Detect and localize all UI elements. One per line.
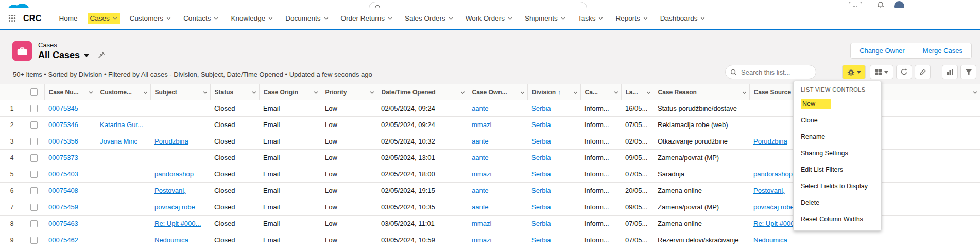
row-checkbox[interactable] xyxy=(30,204,38,211)
column-menu-chevron-icon[interactable] xyxy=(252,91,256,94)
cell-division[interactable]: Serbia xyxy=(531,236,551,244)
nav-item-contacts[interactable]: Contacts xyxy=(181,13,221,24)
cell-owner[interactable]: aante xyxy=(472,104,489,112)
nav-item-cases[interactable]: Cases xyxy=(88,13,120,24)
refresh-button[interactable] xyxy=(896,65,912,79)
menu-item-select-fields-to-display[interactable]: Select Fields to Display xyxy=(794,178,881,194)
nav-item-reports[interactable]: Reports xyxy=(613,13,650,24)
cell-customer[interactable]: Jovana Miric xyxy=(100,137,137,145)
cell-case-number[interactable]: 00075356 xyxy=(48,137,78,145)
filters-button[interactable] xyxy=(960,65,976,79)
column-menu-chevron-icon[interactable] xyxy=(203,91,208,94)
menu-item-reset-column-widths[interactable]: Reset Column Widths xyxy=(794,211,881,227)
column-header-custome[interactable]: Custome... xyxy=(96,84,150,100)
column-menu-chevron-icon[interactable] xyxy=(314,91,318,94)
cell-subject[interactable]: Porudzbina xyxy=(154,137,188,145)
cell-case-number[interactable]: 00075345 xyxy=(48,104,78,112)
cell-division[interactable]: Serbia xyxy=(531,121,551,129)
cell-owner[interactable]: mmazi xyxy=(472,236,491,244)
row-checkbox[interactable] xyxy=(30,138,38,145)
app-launcher-icon[interactable] xyxy=(8,14,16,22)
user-avatar[interactable] xyxy=(894,1,904,8)
column-header-la[interactable]: La... xyxy=(621,84,654,100)
column-header-subject[interactable]: Subject xyxy=(150,84,210,100)
column-header-ca[interactable]: Ca... xyxy=(580,84,621,100)
cell-division[interactable]: Serbia xyxy=(531,187,551,194)
cell-case-number[interactable]: 00075408 xyxy=(48,187,78,194)
nav-item-knowledge[interactable]: Knowledge xyxy=(228,13,276,24)
column-header-date-time-opened[interactable]: Date/Time Opened xyxy=(377,84,468,100)
nav-item-order-returns[interactable]: Order Returns xyxy=(338,13,396,24)
cell-case-number[interactable]: 00075346 xyxy=(48,121,78,129)
cell-case-source[interactable]: Nedoumica xyxy=(753,236,787,244)
cell-case-source[interactable]: Porudzbina xyxy=(753,137,787,145)
column-menu-chevron-icon[interactable] xyxy=(573,91,578,94)
list-search-input[interactable] xyxy=(740,68,808,77)
cell-subject[interactable]: povraćaj robe xyxy=(154,203,195,211)
cell-case-source[interactable]: povraćaj robe xyxy=(753,203,794,211)
nav-item-work-orders[interactable]: Work Orders xyxy=(463,13,515,24)
cell-owner[interactable]: mmazi xyxy=(472,170,491,178)
column-menu-chevron-icon[interactable] xyxy=(89,91,93,94)
nav-item-shipments[interactable]: Shipments xyxy=(522,13,568,24)
inline-edit-button[interactable] xyxy=(915,65,931,79)
select-all-checkbox[interactable] xyxy=(30,88,38,96)
column-header-case-nu[interactable]: Case Nu... xyxy=(44,84,96,100)
column-menu-chevron-icon[interactable] xyxy=(973,91,977,94)
charts-button[interactable] xyxy=(942,65,958,79)
menu-item-clone[interactable]: Clone xyxy=(794,112,881,129)
cell-case-number[interactable]: 00075462 xyxy=(48,236,78,244)
change-owner-button[interactable]: Change Owner xyxy=(850,43,914,59)
nav-item-customers[interactable]: Customers xyxy=(127,13,174,24)
row-checkbox[interactable] xyxy=(30,171,38,178)
menu-item-new[interactable]: New xyxy=(794,96,881,112)
menu-item-delete[interactable]: Delete xyxy=(794,194,881,211)
cell-subject[interactable]: Nedoumica xyxy=(154,236,188,244)
cell-division[interactable]: Serbia xyxy=(531,137,551,145)
column-menu-chevron-icon[interactable] xyxy=(370,91,374,94)
cell-case-number[interactable]: 00075459 xyxy=(48,203,78,211)
nav-item-dashboards[interactable]: Dashboards xyxy=(658,13,708,24)
cell-subject[interactable]: Postovani, xyxy=(154,187,186,194)
title-caret-icon[interactable] xyxy=(84,54,89,57)
cell-owner[interactable]: mmazi xyxy=(472,121,491,129)
cell-division[interactable]: Serbia xyxy=(531,220,551,227)
column-header-status[interactable]: Status xyxy=(210,84,259,100)
list-view-title[interactable]: All Cases xyxy=(38,50,80,61)
cell-case-number[interactable]: 00075403 xyxy=(48,170,78,178)
column-menu-chevron-icon[interactable] xyxy=(460,91,465,94)
nav-item-documents[interactable]: Documents xyxy=(283,13,331,24)
cell-owner[interactable]: mmazi xyxy=(472,220,491,227)
column-header-case-reason[interactable]: Case Reason xyxy=(654,84,749,100)
nav-item-sales-orders[interactable]: Sales Orders xyxy=(402,13,456,24)
cell-customer[interactable]: Katarina Gur... xyxy=(100,121,143,129)
menu-item-edit-list-filters[interactable]: Edit List Filters xyxy=(794,162,881,178)
cell-case-number[interactable]: 00075463 xyxy=(48,220,78,227)
nav-item-home[interactable]: Home xyxy=(57,13,80,24)
row-checkbox[interactable] xyxy=(30,154,38,162)
cell-case-source[interactable]: Postovani, xyxy=(753,187,785,194)
cell-owner[interactable]: aante xyxy=(472,203,489,211)
cell-owner[interactable]: aante xyxy=(472,154,489,162)
row-checkbox[interactable] xyxy=(30,187,38,194)
display-as-button[interactable] xyxy=(870,65,893,79)
pin-icon[interactable] xyxy=(96,51,106,60)
row-checkbox[interactable] xyxy=(30,121,38,129)
column-menu-chevron-icon[interactable] xyxy=(143,91,148,94)
column-menu-chevron-icon[interactable] xyxy=(614,91,618,94)
cell-owner[interactable]: aante xyxy=(472,187,489,194)
menu-item-sharing-settings[interactable]: Sharing Settings xyxy=(794,145,881,162)
notifications-bell-icon[interactable] xyxy=(876,1,885,8)
column-header-case-own[interactable]: Case Own... xyxy=(468,84,527,100)
cell-subject[interactable]: Re: Upit #000... xyxy=(154,220,201,227)
nav-item-tasks[interactable]: Tasks xyxy=(575,13,606,24)
cell-owner[interactable]: aante xyxy=(472,137,489,145)
column-header-priority[interactable]: Priority xyxy=(321,84,377,100)
list-search-box[interactable] xyxy=(725,65,816,79)
column-menu-chevron-icon[interactable] xyxy=(646,91,651,94)
cell-division[interactable]: Serbia xyxy=(531,154,551,162)
cell-case-number[interactable]: 00075373 xyxy=(48,154,78,162)
row-checkbox[interactable] xyxy=(30,237,38,244)
menu-item-rename[interactable]: Rename xyxy=(794,129,881,145)
column-menu-chevron-icon[interactable] xyxy=(520,91,525,94)
